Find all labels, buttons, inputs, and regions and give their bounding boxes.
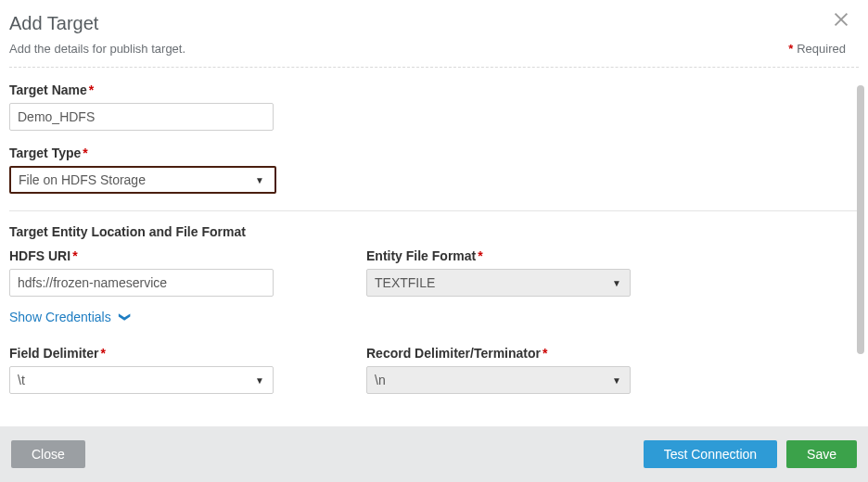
- dialog-subtitle: Add the details for publish target.: [9, 42, 185, 56]
- record-delimiter-select[interactable]: [366, 366, 631, 394]
- close-icon[interactable]: [831, 9, 851, 33]
- entity-file-format-label: Entity File Format*: [366, 248, 631, 263]
- hdfs-uri-input[interactable]: [9, 269, 274, 297]
- test-connection-button[interactable]: Test Connection: [644, 440, 777, 468]
- divider-section: [9, 210, 859, 211]
- dialog-footer: Close Test Connection Save: [0, 426, 868, 482]
- section-location-label: Target Entity Location and File Format: [9, 224, 859, 239]
- target-name-input[interactable]: [9, 103, 274, 131]
- show-credentials-toggle[interactable]: Show Credentials ❯: [9, 310, 130, 324]
- required-note: *Required: [786, 42, 846, 56]
- save-button[interactable]: Save: [786, 440, 857, 468]
- target-type-label: Target Type*: [9, 146, 859, 160]
- entity-file-format-select[interactable]: [366, 269, 631, 297]
- record-delimiter-label: Record Delimiter/Terminator*: [366, 346, 631, 361]
- scrollbar-thumb[interactable]: [857, 85, 864, 354]
- scrollbar[interactable]: [857, 85, 864, 363]
- target-name-label: Target Name*: [9, 82, 859, 97]
- hdfs-uri-label: HDFS URI*: [9, 248, 274, 263]
- close-button[interactable]: Close: [11, 440, 85, 468]
- target-type-select[interactable]: [9, 166, 276, 194]
- form-scroll-area[interactable]: Target Name* Target Type* ▼ Target Entit…: [0, 68, 868, 411]
- field-delimiter-label: Field Delimiter*: [9, 346, 274, 361]
- show-credentials-label: Show Credentials: [9, 310, 111, 324]
- dialog-title: Add Target: [9, 13, 846, 34]
- field-delimiter-select[interactable]: [9, 366, 274, 394]
- chevron-down-icon: ❯: [119, 312, 132, 322]
